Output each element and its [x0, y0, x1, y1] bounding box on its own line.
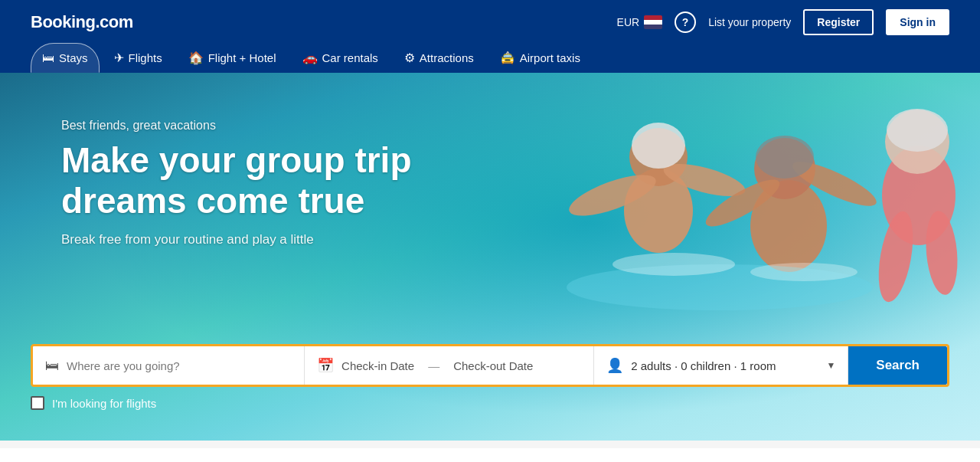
nav-item-flight-hotel[interactable]: 🏠 Flight + Hotel: [177, 43, 288, 73]
guests-field[interactable]: 👤 2 adults · 0 children · 1 room ▼: [594, 346, 848, 385]
car-rentals-icon: 🚗: [302, 52, 318, 64]
flights-checkbox-label[interactable]: I'm looking for flights: [52, 397, 156, 410]
flights-checkbox-container: I'm looking for flights: [31, 396, 949, 410]
flights-checkbox-input[interactable]: [31, 396, 44, 410]
stays-icon: 🛏: [42, 52, 54, 64]
attractions-icon: ⚙: [404, 52, 415, 64]
help-icon[interactable]: ?: [675, 11, 696, 33]
destination-field[interactable]: 🛏 Where are you going?: [33, 346, 305, 385]
bed-icon: 🛏: [45, 358, 59, 374]
currency-label: EUR: [617, 16, 640, 28]
header-top: Booking.com EUR ? List your property Reg…: [31, 0, 949, 43]
airport-taxis-icon: 🚖: [500, 52, 515, 64]
nav-flights-label: Flights: [129, 51, 162, 64]
destination-placeholder: Where are you going?: [67, 359, 180, 372]
svg-point-16: [632, 123, 685, 169]
hero-text-block: Best friends, great vacations Make your …: [61, 119, 490, 247]
hero-subtitle: Best friends, great vacations: [61, 119, 490, 133]
search-container: 🛏 Where are you going? 📅 Check-in Date —…: [31, 344, 949, 410]
hero-illustration: [444, 73, 980, 379]
calendar-icon: 📅: [317, 357, 334, 374]
currency-selector[interactable]: EUR: [617, 15, 663, 29]
chevron-down-icon: ▼: [826, 360, 835, 371]
header: Booking.com EUR ? List your property Reg…: [0, 0, 980, 73]
register-button[interactable]: Register: [803, 9, 874, 35]
header-right: EUR ? List your property Register Sign i…: [617, 9, 949, 35]
svg-point-17: [756, 136, 814, 179]
nav-airport-taxis-label: Airport taxis: [520, 51, 580, 64]
main-nav: 🛏 Stays ✈ Flights 🏠 Flight + Hotel 🚗 Car…: [31, 43, 949, 73]
list-property-link[interactable]: List your property: [708, 16, 791, 28]
search-button[interactable]: Search: [848, 346, 947, 385]
nav-flight-hotel-label: Flight + Hotel: [208, 51, 276, 64]
dates-separator: —: [428, 359, 439, 372]
nav-stays-label: Stays: [59, 51, 88, 64]
nav-item-airport-taxis[interactable]: 🚖 Airport taxis: [488, 43, 592, 73]
hero-section: Best friends, great vacations Make your …: [0, 73, 980, 448]
dates-field[interactable]: 📅 Check-in Date — Check-out Date: [305, 346, 594, 385]
nav-car-rentals-label: Car rentals: [322, 51, 378, 64]
flights-icon: ✈: [114, 52, 124, 64]
help-question-mark: ?: [682, 16, 689, 28]
checkout-label: Check-out Date: [453, 359, 533, 372]
svg-point-18: [887, 109, 948, 152]
flight-hotel-icon: 🏠: [188, 52, 204, 64]
svg-point-14: [612, 253, 735, 276]
signin-button[interactable]: Sign in: [886, 9, 949, 35]
nav-item-stays[interactable]: 🛏 Stays: [31, 43, 100, 73]
svg-point-15: [750, 263, 858, 281]
person-icon: 👤: [606, 357, 623, 374]
logo[interactable]: Booking.com: [31, 12, 133, 32]
hero-description: Break free from your routine and play a …: [61, 232, 490, 247]
nav-item-car-rentals[interactable]: 🚗 Car rentals: [291, 43, 390, 73]
search-bar: 🛏 Where are you going? 📅 Check-in Date —…: [31, 344, 949, 387]
flag-icon: [644, 15, 662, 29]
guests-label: 2 adults · 0 children · 1 room: [631, 359, 818, 372]
nav-item-flights[interactable]: ✈ Flights: [103, 43, 174, 73]
nav-item-attractions[interactable]: ⚙ Attractions: [393, 43, 485, 73]
hero-title: Make your group trip dreams come true: [61, 140, 490, 221]
bottom-strip: [0, 441, 980, 448]
checkin-label: Check-in Date: [341, 359, 414, 372]
nav-attractions-label: Attractions: [420, 51, 474, 64]
